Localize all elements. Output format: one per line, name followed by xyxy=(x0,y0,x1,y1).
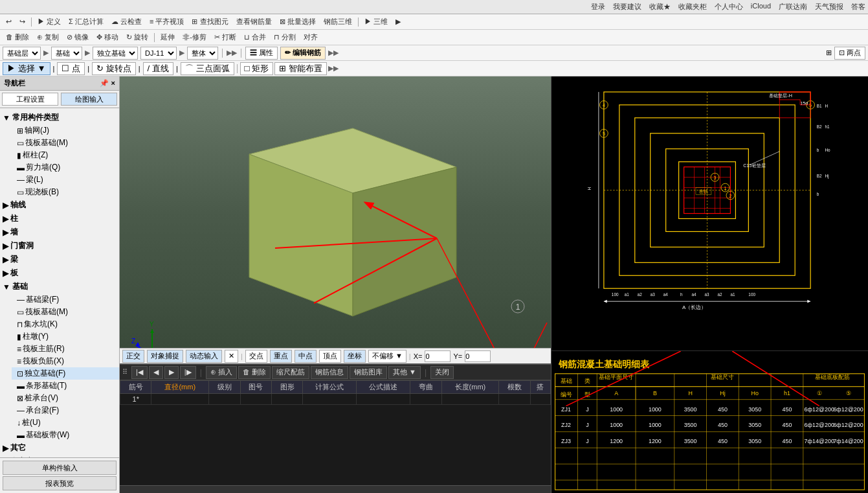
tree-item-strip[interactable]: ▬条形基础(T) xyxy=(12,380,119,392)
insert-btn[interactable]: ⊕ 插入 xyxy=(206,366,237,379)
nav-prev-btn[interactable]: ◀ xyxy=(149,366,163,379)
tree-item-raft[interactable]: ▭筏板基础(M) xyxy=(12,137,119,149)
cell-grade[interactable] xyxy=(209,394,240,405)
cad-upper[interactable]: 5 4 5 3 1 2 密筋 xyxy=(551,76,868,350)
smart-btn[interactable]: ⊞ 智能布置 xyxy=(274,62,327,75)
cell-desc[interactable] xyxy=(357,394,410,405)
tree-item-fband[interactable]: ▬基础板带(W) xyxy=(12,429,119,441)
layer-select[interactable]: 基础层 xyxy=(3,47,41,60)
engineering-btn[interactable]: 工程设置 xyxy=(2,93,58,106)
pin-icon[interactable]: 📌 xyxy=(100,79,109,87)
tree-item-sump[interactable]: ⊓集水坑(K) xyxy=(12,318,119,330)
personal-btn[interactable]: 个人中心 xyxy=(715,2,743,12)
tree-cat-common[interactable]: ▼ 常用构件类型 xyxy=(0,111,119,124)
3d-btn[interactable]: ▶ 三维 xyxy=(361,16,391,27)
cell-length[interactable] xyxy=(441,394,499,405)
snap-btn[interactable]: 对象捕捉 xyxy=(147,350,183,363)
tree-item-col[interactable]: ▮框柱(Z) xyxy=(12,149,119,161)
move-btn[interactable]: ✥ 移动 xyxy=(93,32,122,43)
copy-btn[interactable]: ⊕ 复制 xyxy=(34,32,62,43)
nav-next-btn[interactable]: ▶ xyxy=(164,366,179,379)
tree-item-shear[interactable]: ▬剪力墙(Q) xyxy=(12,161,119,174)
split-btn[interactable]: ⊓ 分割 xyxy=(271,32,299,43)
cell-count[interactable] xyxy=(499,394,530,405)
tree-item-pile[interactable]: ↓桩(U) xyxy=(12,417,119,429)
cell-formula[interactable] xyxy=(303,394,357,405)
other-btn[interactable]: 其他 ▼ xyxy=(388,366,421,379)
attr-btn[interactable]: ☰ 属性 xyxy=(245,47,278,60)
id-select[interactable]: DJ-11 xyxy=(140,47,177,60)
suggestion-btn[interactable]: 我要建议 xyxy=(613,2,641,12)
tree-cat-slab[interactable]: ▶板 xyxy=(0,266,119,280)
report-preview-btn[interactable]: 报表预览 xyxy=(3,476,117,490)
scale-btn[interactable]: 缩尺配筋 xyxy=(272,366,309,379)
close-panel-btn[interactable]: 关闭 xyxy=(430,366,454,379)
single-input-btn[interactable]: 单构件输入 xyxy=(3,461,117,475)
y-input[interactable] xyxy=(465,350,491,362)
sublayer-select[interactable]: 基础 xyxy=(51,47,82,60)
tree-item-cap-beam[interactable]: —承台梁(F) xyxy=(12,404,119,417)
tree-item-fbeam[interactable]: —基础梁(F) xyxy=(12,293,119,306)
point-tool-btn[interactable]: ☐ 点 xyxy=(57,62,85,75)
cell-id[interactable]: 1* xyxy=(120,394,151,405)
tree-cat-axis[interactable]: ▶轴线 xyxy=(0,198,119,212)
twopts-btn[interactable]: ⊡ 两点 xyxy=(834,47,865,60)
del-btn[interactable]: 🗑 删除 xyxy=(238,366,271,379)
bookmark-btn[interactable]: 收藏★ xyxy=(649,2,671,12)
rect-tool-btn[interactable]: □ 矩形 xyxy=(240,62,274,75)
view-rebar-btn[interactable]: 查看钢筋量 xyxy=(233,16,275,27)
ortho-btn[interactable]: 正交 xyxy=(122,350,144,363)
arc-tool-btn[interactable]: ⌒ 三点面弧 xyxy=(181,62,234,75)
tree-item-beam[interactable]: —梁(L) xyxy=(12,174,119,186)
define-btn[interactable]: ▶ 定义 xyxy=(34,16,64,27)
align-btn[interactable]: ≡ 平齐视顶 xyxy=(146,16,187,27)
line-tool-btn[interactable]: / 直线 xyxy=(143,62,173,75)
batch-btn[interactable]: ⊠ 批量选择 xyxy=(276,16,319,27)
intersect-btn[interactable]: 交点 xyxy=(245,350,267,363)
drawing-btn[interactable]: 绘图输入 xyxy=(61,93,117,106)
more-btn[interactable]: ▶ xyxy=(392,17,404,27)
no-trim-btn[interactable]: 非-修剪 xyxy=(179,32,210,43)
rebar-info-btn[interactable]: 钢筋信息 xyxy=(311,366,348,379)
tree-item-main-rebar[interactable]: ≡筏板主筋(R) xyxy=(12,343,119,355)
type-select[interactable]: 独立基础 xyxy=(93,47,138,60)
cell-bend[interactable] xyxy=(410,394,441,405)
rebar-table-wrapper[interactable]: 筋号 直径(mm) 级别 图号 图形 计算公式 公式描述 弯曲 长度(mm) 根… xyxy=(120,380,551,485)
merge-btn[interactable]: ⊔ 合并 xyxy=(241,32,269,43)
select-tool-btn[interactable]: ▶ 选择 ▼ xyxy=(3,62,50,75)
tree-item-fraft[interactable]: ▭筏板基础(M) xyxy=(12,306,119,318)
rotate-tool-btn[interactable]: ↻ 旋转点 xyxy=(92,62,136,75)
calc-btn[interactable]: Σ 汇总计算 xyxy=(65,16,107,27)
tree-cat-beam[interactable]: ▶梁 xyxy=(0,253,119,266)
login-btn[interactable]: 登录 xyxy=(591,2,605,12)
extend-btn[interactable]: 延伸 xyxy=(157,32,178,43)
rebar-panel-drag[interactable]: ⠿ xyxy=(122,368,128,376)
nav-last-btn[interactable]: |▶ xyxy=(180,366,196,379)
nav-first-btn[interactable]: |◀ xyxy=(131,366,148,379)
undo-btn[interactable]: ↩ xyxy=(3,17,15,27)
bookmark-folder-btn[interactable]: 收藏夹柜 xyxy=(678,2,707,12)
x-input[interactable] xyxy=(425,350,451,362)
icloud-btn[interactable]: iCloud xyxy=(751,2,771,12)
tree-cat-wall[interactable]: ▶墙 xyxy=(0,225,119,239)
align2-btn[interactable]: 对齐 xyxy=(300,32,321,43)
tree-item-pile-cap[interactable]: ⊠桩承台(V) xyxy=(12,392,119,404)
tree-cat-col[interactable]: ▶柱 xyxy=(0,212,119,225)
close-sidebar-icon[interactable]: × xyxy=(111,79,115,87)
answer-btn[interactable]: 答客 xyxy=(851,2,865,12)
tree-item-axis[interactable]: ⊞轴网(J) xyxy=(12,124,119,137)
cancel-btn[interactable]: ✕ xyxy=(225,350,238,363)
tree-cat-door[interactable]: ▶门窗洞 xyxy=(0,239,119,253)
cell-shape[interactable] xyxy=(271,394,302,405)
cell-diam[interactable] xyxy=(151,394,209,405)
break-btn[interactable]: ✂ 打断 xyxy=(211,32,239,43)
rebar-lib-btn[interactable]: 钢筋图库 xyxy=(350,366,387,379)
tree-item-isolated[interactable]: ⊡独立基础(F) xyxy=(12,367,119,380)
toppoint-btn[interactable]: 顶点 xyxy=(319,350,341,363)
tree-cat-foundation[interactable]: ▼基础 xyxy=(0,280,119,293)
weather-btn[interactable]: 天气预报 xyxy=(815,2,843,12)
rotate-btn[interactable]: ↻ 旋转 xyxy=(123,32,151,43)
no-offset-btn[interactable]: 不偏移 ▼ xyxy=(368,350,406,363)
delete-btn[interactable]: 🗑 删除 xyxy=(3,32,32,43)
tree-item-slab[interactable]: ▭现浇板(B) xyxy=(12,186,119,198)
